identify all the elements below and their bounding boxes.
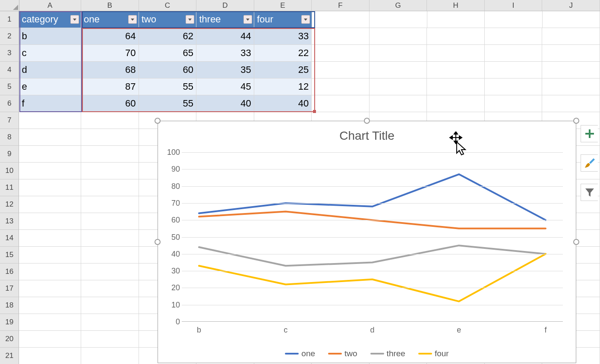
cell[interactable] [485, 95, 543, 112]
cell[interactable] [19, 280, 81, 297]
plot-area[interactable]: 0102030405060708090100bcdef [182, 152, 563, 322]
cell[interactable] [81, 213, 139, 230]
chart-resize-handle[interactable] [573, 239, 579, 245]
cell[interactable] [81, 230, 139, 247]
row-header[interactable]: 6 [0, 95, 19, 112]
cell[interactable] [19, 196, 81, 213]
cell[interactable] [19, 163, 81, 179]
cell[interactable]: two [139, 11, 197, 28]
cell[interactable] [19, 129, 81, 146]
cell[interactable] [369, 95, 427, 112]
column-header[interactable]: G [369, 0, 427, 11]
cell[interactable] [81, 280, 139, 297]
cell[interactable] [81, 264, 139, 280]
row-header[interactable]: 9 [0, 146, 19, 163]
row-header[interactable]: 18 [0, 297, 19, 314]
cell[interactable]: 55 [139, 78, 197, 95]
cell[interactable]: 40 [196, 95, 254, 112]
cell[interactable] [81, 348, 139, 364]
cell[interactable] [19, 213, 81, 230]
cell[interactable]: 33 [196, 45, 254, 62]
cell[interactable] [427, 95, 485, 112]
column-header[interactable]: D [196, 0, 254, 11]
cell[interactable] [427, 78, 485, 95]
chart-legend[interactable]: onetwothreefour [158, 349, 576, 358]
chart-filters-button[interactable] [581, 184, 598, 201]
cell[interactable]: 60 [81, 95, 139, 112]
cell[interactable] [542, 45, 600, 62]
cell[interactable] [81, 314, 139, 331]
row-header[interactable]: 7 [0, 112, 19, 129]
chart-resize-handle[interactable] [573, 118, 579, 124]
cell[interactable] [369, 45, 427, 62]
select-all-corner[interactable] [0, 0, 19, 11]
cell[interactable] [427, 11, 485, 28]
cell[interactable]: 45 [196, 78, 254, 95]
cell[interactable]: four [254, 11, 312, 28]
chart-title[interactable]: Chart Title [158, 129, 576, 143]
legend-item[interactable]: two [328, 349, 357, 358]
cell[interactable] [312, 62, 369, 78]
chart-elements-button[interactable] [581, 125, 598, 142]
cell[interactable]: c [19, 45, 81, 62]
cell[interactable]: 35 [196, 62, 254, 78]
cell[interactable]: d [19, 62, 81, 78]
cell[interactable]: 60 [139, 62, 197, 78]
row-header[interactable]: 13 [0, 213, 19, 230]
cell[interactable] [485, 45, 543, 62]
cell[interactable]: 65 [139, 45, 197, 62]
filter-dropdown-button[interactable] [128, 15, 137, 24]
cell[interactable] [19, 112, 81, 129]
cell[interactable]: category [19, 11, 81, 28]
cell[interactable] [427, 62, 485, 78]
cell[interactable] [81, 112, 139, 129]
legend-item[interactable]: one [285, 349, 315, 358]
cell[interactable] [485, 78, 543, 95]
cell[interactable]: 55 [139, 95, 197, 112]
cell[interactable] [312, 11, 369, 28]
cell[interactable] [81, 179, 139, 196]
row-header[interactable]: 12 [0, 196, 19, 213]
row-header[interactable]: 4 [0, 62, 19, 78]
row-header[interactable]: 1 [0, 11, 19, 28]
column-header[interactable]: B [81, 0, 139, 11]
cell[interactable] [485, 11, 542, 28]
chart-resize-handle[interactable] [155, 118, 161, 124]
column-header[interactable]: I [485, 0, 543, 11]
cell[interactable] [312, 45, 369, 62]
cell[interactable]: b [19, 28, 81, 45]
cell[interactable] [369, 11, 427, 28]
row-header[interactable]: 20 [0, 331, 19, 348]
row-header[interactable]: 19 [0, 314, 19, 331]
cell[interactable] [19, 230, 81, 247]
cell[interactable]: 68 [81, 62, 139, 78]
cell[interactable]: 40 [254, 95, 312, 112]
chart-resize-handle[interactable] [155, 239, 161, 245]
cell[interactable]: 87 [81, 78, 139, 95]
cell[interactable] [369, 62, 427, 78]
cell[interactable] [81, 297, 139, 314]
cell[interactable] [543, 11, 600, 28]
cell[interactable]: three [196, 11, 254, 28]
cell[interactable]: 70 [81, 45, 139, 62]
cell[interactable] [427, 45, 485, 62]
filter-dropdown-button[interactable] [243, 15, 252, 24]
cell[interactable] [369, 78, 427, 95]
row-header[interactable]: 15 [0, 247, 19, 264]
cell[interactable] [19, 348, 81, 364]
cell[interactable] [19, 297, 81, 314]
row-header[interactable]: 8 [0, 129, 19, 146]
cell[interactable]: 64 [81, 28, 139, 45]
cell[interactable] [542, 62, 600, 78]
cell[interactable] [542, 95, 600, 112]
chart-styles-button[interactable] [581, 154, 598, 172]
cell[interactable] [542, 78, 600, 95]
series-line-three[interactable] [199, 245, 546, 266]
filter-dropdown-button[interactable] [70, 15, 79, 24]
cell[interactable] [81, 163, 139, 179]
embedded-chart[interactable]: Chart Title 0102030405060708090100bcdef … [158, 121, 576, 363]
row-header[interactable]: 14 [0, 230, 19, 247]
column-header[interactable]: A [19, 0, 81, 11]
legend-item[interactable]: three [370, 349, 405, 358]
row-header[interactable]: 17 [0, 280, 19, 297]
